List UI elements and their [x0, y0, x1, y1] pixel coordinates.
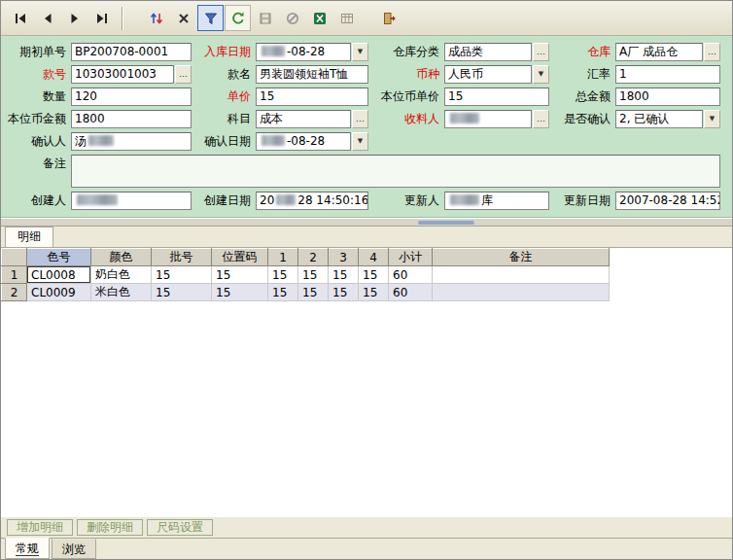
cell-size2[interactable]: 15 — [298, 266, 329, 284]
receiver-input[interactable] — [444, 110, 532, 128]
cell-subtotal[interactable]: 60 — [389, 266, 433, 284]
last-record-button[interactable] — [88, 5, 115, 31]
subject-browse-button[interactable]: … — [352, 110, 368, 128]
add-detail-button[interactable]: 增加明细 — [7, 519, 73, 536]
col-header-size2[interactable]: 2 — [298, 249, 329, 266]
confirm-date-dropdown-button[interactable]: ▼ — [352, 132, 368, 151]
updater-input[interactable]: 库 — [444, 192, 549, 210]
create-date-input[interactable]: 2028 14:50:16 — [256, 192, 368, 210]
first-record-button[interactable] — [7, 5, 33, 31]
confirmed-input[interactable]: 2, 已确认 — [615, 110, 703, 128]
cell-size1[interactable]: 15 — [268, 284, 298, 301]
row-header[interactable]: 2 — [2, 284, 27, 301]
base-amount-input[interactable]: 1800 — [71, 110, 192, 128]
base-price-input[interactable]: 15 — [444, 88, 549, 106]
cell-location[interactable]: 15 — [212, 284, 268, 301]
cell-batch[interactable]: 15 — [152, 284, 212, 301]
filter-button[interactable] — [197, 5, 224, 31]
warehouse-browse-button[interactable]: … — [704, 43, 720, 61]
base-amount-label: 本位币金额 — [7, 110, 69, 128]
cell-color[interactable]: 米白色 — [91, 284, 152, 301]
cancel-button[interactable] — [279, 5, 305, 31]
refresh-button[interactable] — [225, 5, 251, 31]
next-record-button[interactable] — [61, 5, 87, 31]
app-window: 期初单号 BP200708-0001 入库日期 -08-28 ▼ 仓库分类 成品… — [0, 0, 733, 560]
cell-size3[interactable]: 15 — [329, 266, 359, 284]
size-settings-button[interactable]: 尺码设置 — [147, 519, 213, 536]
col-header-size3[interactable]: 3 — [329, 249, 359, 266]
rate-field: 1 — [615, 65, 720, 84]
rate-input[interactable]: 1 — [615, 65, 720, 84]
grid-view-button[interactable] — [333, 5, 360, 31]
subject-input[interactable]: 成本 — [256, 110, 351, 128]
col-header-subtotal[interactable]: 小计 — [389, 249, 433, 266]
col-header-remark[interactable]: 备注 — [433, 249, 610, 266]
receiver-browse-button[interactable]: … — [533, 110, 549, 128]
tab-browse[interactable]: 浏览 — [52, 539, 96, 559]
save-button[interactable] — [252, 5, 278, 31]
exit-button[interactable] — [376, 5, 402, 31]
excel-export-button[interactable] — [306, 5, 332, 31]
horizontal-splitter[interactable] — [1, 218, 732, 227]
cell-size2[interactable]: 15 — [298, 284, 329, 301]
col-header-color[interactable]: 颜色 — [91, 249, 152, 266]
total-input[interactable]: 1800 — [615, 88, 720, 106]
detail-grid-area: 色号 颜色 批号 位置码 1 2 3 4 小计 备注 1 CL0008 奶白色 … — [1, 248, 732, 301]
cell-color-no[interactable]: CL0009 — [27, 284, 91, 301]
price-input[interactable]: 15 — [256, 88, 368, 106]
cell-color-no[interactable]: CL0008 — [27, 266, 91, 284]
update-date-input[interactable]: 2007-08-28 14:52:47 — [615, 192, 720, 210]
cell-location[interactable]: 15 — [212, 266, 268, 284]
qty-input[interactable]: 120 — [71, 88, 192, 106]
cell-color[interactable]: 奶白色 — [91, 266, 152, 284]
delete-detail-button[interactable]: 删除明细 — [77, 519, 143, 536]
init-no-label: 期初单号 — [7, 43, 69, 61]
cell-size3[interactable]: 15 — [329, 284, 359, 301]
init-no-input[interactable]: BP200708-0001 — [71, 43, 192, 61]
updater-field: 库 — [444, 192, 549, 210]
warehouse-input[interactable]: A厂 成品仓 — [615, 43, 703, 61]
in-date-dropdown-button[interactable]: ▼ — [352, 43, 368, 61]
confirm-date-input[interactable]: -08-28 — [256, 132, 351, 151]
style-no-input[interactable]: 10303001003 — [71, 65, 174, 84]
cell-remark[interactable] — [433, 266, 610, 284]
col-header-color-no[interactable]: 色号 — [27, 249, 91, 266]
empty-workspace — [1, 301, 732, 516]
style-no-field: 10303001003 … — [71, 65, 192, 84]
style-name-input[interactable]: 男装圆领短袖T恤 — [256, 65, 368, 84]
col-header-batch[interactable]: 批号 — [152, 249, 212, 266]
tab-detail[interactable]: 明细 — [5, 227, 53, 247]
row-header[interactable]: 1 — [2, 266, 27, 284]
cell-batch[interactable]: 15 — [152, 266, 212, 284]
delete-record-button[interactable] — [170, 5, 196, 31]
wh-cat-input[interactable]: 成品类 — [444, 43, 532, 61]
currency-dropdown-button[interactable]: ▼ — [533, 65, 549, 84]
remark-input[interactable] — [71, 155, 720, 188]
col-header-size1[interactable]: 1 — [268, 249, 298, 266]
in-date-input[interactable]: -08-28 — [256, 43, 351, 61]
splitter-grip[interactable] — [418, 221, 474, 225]
cell-size4[interactable]: 15 — [359, 284, 389, 301]
previous-record-button[interactable] — [34, 5, 60, 31]
confirmer-input[interactable]: 汤 — [71, 132, 192, 151]
style-no-browse-button[interactable]: … — [175, 65, 192, 84]
subject-label: 科目 — [193, 110, 254, 128]
detail-grid: 色号 颜色 批号 位置码 1 2 3 4 小计 备注 1 CL0008 奶白色 … — [1, 248, 610, 301]
save-floppy-icon — [258, 11, 273, 26]
cell-size4[interactable]: 15 — [359, 266, 389, 284]
grid-corner-cell[interactable] — [2, 249, 27, 266]
total-field: 1800 — [615, 88, 720, 106]
cell-subtotal[interactable]: 60 — [389, 284, 433, 301]
confirmed-dropdown-button[interactable]: ▼ — [704, 110, 720, 128]
sort-button[interactable] — [143, 5, 169, 31]
col-header-size4[interactable]: 4 — [359, 249, 389, 266]
creator-input[interactable] — [71, 192, 192, 210]
wh-cat-browse-button[interactable]: … — [533, 43, 549, 61]
in-date-label: 入库日期 — [193, 43, 254, 61]
redaction-blur — [262, 135, 285, 146]
col-header-location[interactable]: 位置码 — [212, 249, 268, 266]
currency-input[interactable]: 人民币 — [444, 65, 532, 84]
cell-size1[interactable]: 15 — [268, 266, 298, 284]
cell-remark[interactable] — [433, 284, 610, 301]
tab-general[interactable]: 常规 — [5, 538, 50, 559]
